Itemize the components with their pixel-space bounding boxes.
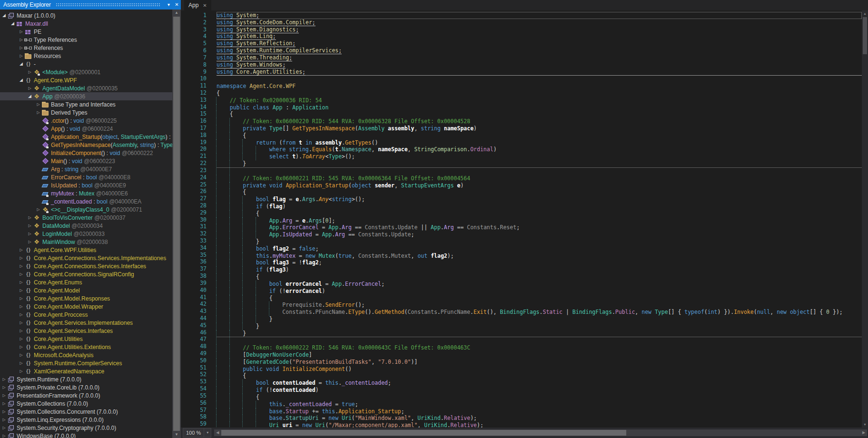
tree-item[interactable]: ▷❖DataModel @02000034 [0,222,172,230]
scroll-down-icon[interactable]: ▼ [172,431,181,438]
expander-icon[interactable]: ▷ [1,424,7,432]
tree-item[interactable]: ◢Maxar (1.0.0.0) [0,11,172,19]
code-line[interactable]: } [217,316,862,323]
expander-icon[interactable]: ▷ [18,36,24,44]
code-line[interactable]: App.IsUpdated = App.Arg == Constants.Upd… [217,231,862,238]
code-line[interactable]: } [217,323,862,330]
code-line[interactable]: { [217,273,862,281]
tree-item[interactable]: ◢❖App @02000036 [0,92,172,100]
expander-icon[interactable]: ▷ [35,205,41,214]
code-line[interactable]: using System.Windows; [217,61,862,68]
expander-icon[interactable]: ▷ [18,343,24,351]
tree-item[interactable]: ▷System.Security.Cryptography (7.0.0.0) [0,424,172,432]
code-line[interactable]: bool contentLoaded = this._contentLoaded… [217,380,862,387]
code-line[interactable]: using System.Runtime.CompilerServices; [217,47,862,54]
code-line[interactable]: if (flag) [217,203,862,210]
expander-icon[interactable]: ▷ [18,278,24,286]
code-line[interactable]: using System.Diagnostics; [217,26,862,33]
code-line[interactable]: if (!contentLoaded) [217,387,862,394]
expander-icon[interactable]: ▷ [18,28,24,36]
code-line[interactable]: { [217,394,862,401]
expander-icon[interactable]: ▷ [18,286,24,294]
expander-icon[interactable]: ▷ [27,84,33,92]
tree-item[interactable]: ▷Type References [0,36,172,44]
tree-item[interactable]: ▷{ }Microsoft.CodeAnalysis [0,351,172,359]
tree-item[interactable]: ▷❖LoginModel @02000033 [0,230,172,238]
code-line[interactable]: using System.Linq; [217,33,862,40]
tree-item[interactable]: ▷PE [0,28,172,36]
code-line[interactable]: App.Arg = e.Args[0]; [217,217,862,224]
expander-icon[interactable]: ▷ [1,383,7,391]
code-line[interactable]: private void Application_Startup(object … [217,182,862,189]
scroll-up-icon[interactable]: ▲ [172,10,181,16]
tree-item[interactable]: myMutex : Mutex @040000E6 [0,189,172,197]
expander-icon[interactable]: ▷ [18,351,24,359]
tree-item[interactable]: ▷References [0,44,172,52]
expander-icon[interactable]: ▷ [1,416,7,424]
scroll-up-icon[interactable]: ▲ [862,10,868,17]
editor-hscroll-thumb[interactable] [221,430,626,436]
code-line[interactable]: // Token: 0x06000222 RID: 546 RVA: 0x000… [217,344,862,351]
expander-icon[interactable]: ▷ [18,254,24,262]
code-line[interactable]: bool flag = e.Args.Any<string>(); [217,196,862,203]
code-line[interactable]: { [217,295,862,302]
tree-item[interactable]: ▷{ }Core.Agent.Connections.Services.Inte… [0,262,172,270]
tab-app[interactable]: App ✕ [184,0,211,10]
tree-item[interactable]: ▷❖<>c__DisplayClass4_0 @02000071 [0,205,172,214]
code-line[interactable]: using System; [217,12,862,19]
code-line[interactable]: } [217,238,862,245]
code-line[interactable] [217,76,862,83]
expander-icon[interactable]: ◢ [18,60,24,68]
assembly-explorer-header[interactable]: Assembly Explorer ▾ ✕ [0,0,181,10]
tree-item[interactable]: Application_Startup(object, StartupEvent… [0,133,172,141]
tree-item[interactable]: _contentLoaded : bool @040000EA [0,197,172,205]
tree-item[interactable]: ▷{ }Core.Agent.Connections.Services.Impl… [0,254,172,262]
tree-item[interactable]: ▷System.Private.CoreLib (7.0.0.0) [0,383,172,391]
tree-item[interactable]: ▷WindowsBase (7.0.0.0) [0,432,172,438]
expander-icon[interactable]: ▷ [27,214,33,222]
code-line[interactable]: [DebuggerNonUserCode] [217,351,862,359]
tree-item[interactable]: ▷{ }Core.Agent.Utilities [0,335,172,343]
close-icon[interactable]: ✕ [173,1,181,9]
code-line[interactable]: { [217,372,862,380]
code-line[interactable]: private Type[] GetTypesInNamespace(Assem… [217,125,862,132]
code-line[interactable]: // Token: 0x06000220 RID: 544 RVA: 0x000… [217,118,862,125]
tree-item[interactable]: ▷{ }Core.Agent.Connections.SignalRConfig [0,270,172,278]
expander-icon[interactable]: ◢ [10,19,16,28]
tree-item[interactable]: ▷{ }Core.Agent.Services.Implementationes [0,319,172,327]
tree-item[interactable]: ▷❖AgentDataModel @02000035 [0,84,172,92]
expander-icon[interactable]: ▷ [27,68,33,76]
expander-icon[interactable]: ▷ [27,222,33,230]
tree-item[interactable]: InitializeComponent() : void @06000222 [0,149,172,157]
chevron-down-icon[interactable]: ▾ [204,428,211,437]
expander-icon[interactable]: ▷ [18,327,24,335]
expander-icon[interactable]: ▷ [18,319,24,327]
code-line[interactable]: Prerequisite.SendError(); [217,302,862,309]
code-line[interactable]: } [217,160,862,168]
expander-icon[interactable]: ▷ [1,375,7,383]
code-line[interactable]: using System.Threading; [217,54,862,61]
code-line[interactable]: { [217,111,862,118]
expander-icon[interactable]: ▷ [18,246,24,254]
tree-item[interactable]: ▷Derived Types [0,108,172,117]
code-line[interactable]: where string.Equals(t.Namespace, nameSpa… [217,146,862,153]
expander-icon[interactable]: ▷ [18,294,24,302]
tree-item[interactable]: ▷{ }Core.Agent.Services.Interfaces [0,327,172,335]
tree-item[interactable]: ▷System.Linq.Expressions (7.0.0.0) [0,416,172,424]
expander-icon[interactable]: ▷ [18,52,24,60]
expander-icon[interactable]: ▷ [1,408,7,416]
scroll-down-icon[interactable]: ▼ [862,421,868,428]
code-line[interactable]: using System.Reflection; [217,40,862,47]
code-line[interactable]: Constants.PFuncName.EType().GetMethod(Co… [217,309,862,316]
tree-item[interactable]: ▷❖BoolToVisConverter @02000037 [0,214,172,222]
tree-item[interactable]: ▷System.Runtime (7.0.0.0) [0,375,172,383]
tab-close-icon[interactable]: ✕ [203,3,207,8]
code-line[interactable]: using System.CodeDom.Compiler; [217,19,862,26]
code-line[interactable]: if (!errorCancel) [217,288,862,295]
editor-vertical-scrollbar[interactable]: ▲ ▼ [862,10,868,428]
tree-item[interactable]: ▷{ }Core.Agent.Model [0,286,172,294]
expander-icon[interactable]: ◢ [27,92,33,100]
tree-item[interactable]: ◢{ }Agent.Core.WPF [0,76,172,84]
scroll-left-icon[interactable]: ◀ [214,429,221,436]
code-line[interactable]: { [217,90,862,97]
